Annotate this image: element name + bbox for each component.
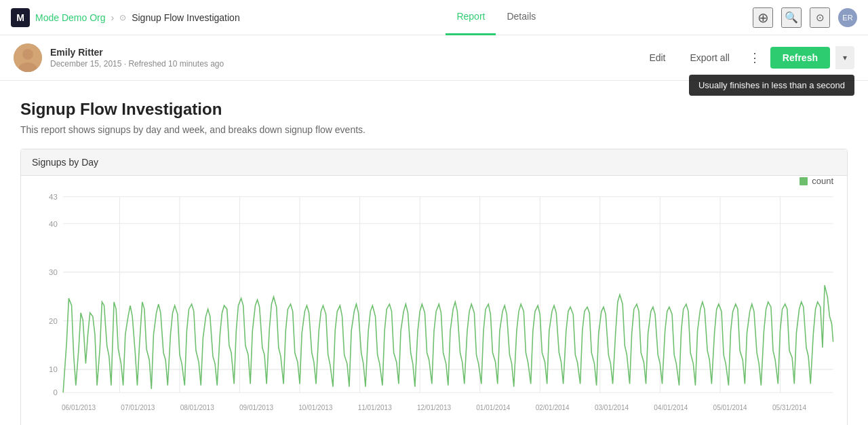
- refresh-button[interactable]: Refresh: [770, 47, 830, 69]
- author-avatar: [14, 43, 42, 72]
- svg-text:20: 20: [49, 316, 58, 325]
- x-label-10: 04/01/2014: [654, 404, 688, 411]
- tab-report[interactable]: Report: [446, 0, 496, 35]
- legend-label: count: [812, 176, 833, 186]
- tab-bar: Report Details: [446, 0, 547, 35]
- report-body: Signup Flow Investigation This report sh…: [0, 81, 868, 425]
- more-options-button[interactable]: ⋮: [745, 48, 765, 68]
- chart-section: Signups by Day count 43 40: [20, 149, 848, 425]
- chart-title: Signups by Day: [32, 157, 98, 168]
- database-button[interactable]: ⊙: [810, 7, 830, 28]
- x-label-1: 07/01/2013: [121, 404, 155, 411]
- x-axis-labels: 06/01/2013 07/01/2013 08/01/2013 09/01/2…: [28, 400, 840, 411]
- x-label-2: 08/01/2013: [180, 404, 214, 411]
- logo-letter: M: [16, 12, 24, 23]
- author-details: Emily Ritter December 15, 2015 · Refresh…: [50, 47, 224, 69]
- svg-text:10: 10: [49, 365, 58, 373]
- top-navigation: M Mode Demo Org › ⊙ Signup Flow Investig…: [0, 0, 868, 35]
- org-link[interactable]: Mode Demo Org: [35, 12, 105, 23]
- svg-text:0: 0: [53, 387, 57, 396]
- breadcrumb-separator: ›: [111, 12, 114, 23]
- x-label-4: 10/01/2013: [298, 404, 332, 411]
- x-label-0: 06/01/2013: [62, 404, 96, 411]
- mode-logo: M: [11, 8, 30, 27]
- x-label-12: 05/31/2014: [772, 404, 806, 411]
- header-actions: Edit Export all ⋮ Refresh ▾ Usually fini…: [639, 46, 854, 69]
- search-button[interactable]: 🔍: [781, 7, 802, 28]
- author-meta: December 15, 2015 · Refreshed 10 minutes…: [50, 59, 224, 69]
- refresh-tooltip: Usually finishes in less than a second: [689, 75, 854, 96]
- svg-text:40: 40: [49, 219, 58, 227]
- x-label-6: 12/01/2013: [417, 404, 451, 411]
- report-icon: ⊙: [119, 13, 126, 22]
- chart-container: count 43 40 30 20 10 0: [21, 176, 847, 425]
- author-name: Emily Ritter: [50, 47, 224, 58]
- x-label-9: 03/01/2014: [595, 404, 629, 411]
- user-avatar[interactable]: ER: [838, 8, 857, 27]
- x-label-8: 02/01/2014: [536, 404, 570, 411]
- svg-text:43: 43: [49, 192, 58, 201]
- chart-legend: count: [800, 176, 833, 186]
- chart-area: 43 40 30 20 10 0: [28, 189, 840, 400]
- author-info: Emily Ritter December 15, 2015 · Refresh…: [14, 43, 224, 72]
- add-button[interactable]: ⊕: [753, 7, 773, 28]
- report-description: This report shows signups by day and wee…: [20, 124, 848, 135]
- report-title: Signup Flow Investigation: [20, 100, 848, 119]
- x-label-7: 01/01/2014: [476, 404, 510, 411]
- chart-svg: 43 40 30 20 10 0: [28, 189, 840, 400]
- breadcrumb: M Mode Demo Org › ⊙ Signup Flow Investig…: [11, 8, 240, 27]
- chart-header: Signups by Day: [21, 149, 847, 176]
- content-header: Emily Ritter December 15, 2015 · Refresh…: [0, 35, 868, 81]
- legend-color-swatch: [800, 177, 808, 185]
- svg-text:30: 30: [49, 267, 58, 276]
- svg-point-1: [22, 49, 33, 60]
- x-label-5: 11/01/2013: [358, 404, 392, 411]
- report-breadcrumb: Signup Flow Investigation: [132, 12, 240, 23]
- tab-details[interactable]: Details: [496, 0, 547, 35]
- x-label-11: 05/01/2014: [713, 404, 747, 411]
- edit-button[interactable]: Edit: [639, 48, 675, 67]
- x-label-3: 09/01/2013: [239, 404, 273, 411]
- nav-actions: ⊕ 🔍 ⊙ ER: [753, 7, 857, 28]
- refresh-dropdown-button[interactable]: ▾: [835, 46, 854, 69]
- export-button[interactable]: Export all: [681, 48, 739, 67]
